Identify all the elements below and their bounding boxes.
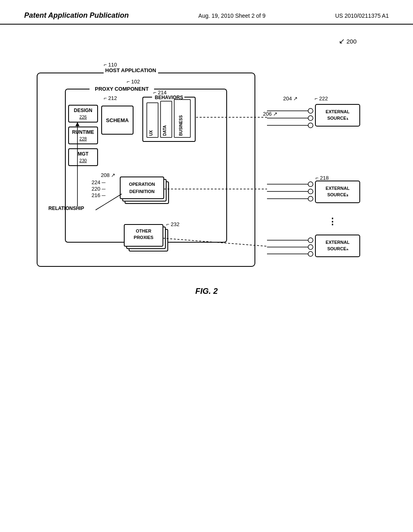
svg-text:⌐ 222: ⌐ 222 [315,96,328,102]
svg-text:DEFINITION: DEFINITION [129,189,154,194]
svg-rect-56 [315,104,360,126]
page-container: Patent Application Publication Aug. 19, … [0,0,413,304]
svg-text:224 ─: 224 ─ [92,179,106,185]
svg-text:⌐ 110: ⌐ 110 [104,62,117,68]
patent-number: US 2010/0211375 A1 [335,12,389,19]
svg-rect-38 [120,177,164,199]
svg-text:PROXIES: PROXIES [134,235,154,240]
svg-text:⌐ 232: ⌐ 232 [166,221,179,227]
svg-text:SOURCE₂: SOURCE₂ [327,192,348,197]
svg-text:204 ↗: 204 ↗ [283,96,298,102]
page-header: Patent Application Publication Aug. 19, … [0,0,413,25]
svg-point-59 [308,108,313,113]
svg-text:226: 226 [79,114,87,119]
svg-text:OTHER: OTHER [136,229,152,233]
svg-text:RUNTIME: RUNTIME [72,129,94,135]
svg-point-83 [308,251,313,256]
svg-text:UX: UX [149,130,153,136]
ref-200-label: ↙ 200 [339,37,357,46]
svg-text:EXTERNAL: EXTERNAL [325,240,350,245]
svg-rect-66 [315,181,360,203]
svg-text:⌐ 212: ⌐ 212 [104,95,117,101]
fig-200-area: ↙ 200 [24,33,389,49]
publication-date: Aug. 19, 2010 Sheet 2 of 9 [198,12,266,19]
svg-text:208 ↗: 208 ↗ [101,172,115,178]
page-content: ↙ 200 HOST APPLICATION HOST APPLICATION … [0,25,413,304]
svg-text:SCHEMA: SCHEMA [106,117,129,123]
svg-text:SOURCE₁: SOURCE₁ [327,116,348,121]
svg-text:⌐ 218: ⌐ 218 [315,175,329,181]
svg-text:228: 228 [79,136,87,141]
svg-text:PROXY COMPONENT: PROXY COMPONENT [95,86,148,92]
svg-text:MGT: MGT [78,151,89,157]
figure-caption: FIG. 2 [24,287,389,296]
svg-text:RELATIONSHIP: RELATIONSHIP [48,206,84,211]
svg-point-79 [308,238,313,243]
svg-text:HOST APPLICATION: HOST APPLICATION [105,67,156,73]
diagram-svg: HOST APPLICATION HOST APPLICATION ⌐ 110 … [33,57,380,283]
svg-text:216 ─: 216 ─ [92,192,106,198]
svg-text:206 ↗: 206 ↗ [263,111,277,117]
svg-point-69 [308,182,313,187]
publication-title: Patent Application Publication [24,11,129,20]
svg-point-63 [308,123,313,128]
svg-text:220 ─: 220 ─ [92,186,106,192]
svg-text:230: 230 [79,158,87,163]
svg-text:EXTERNAL: EXTERNAL [325,186,350,191]
svg-text:DESIGN: DESIGN [74,108,92,113]
svg-text:⋮: ⋮ [328,216,337,227]
svg-text:OPERATION: OPERATION [129,182,155,187]
svg-text:EXTERNAL: EXTERNAL [325,109,350,114]
svg-rect-76 [315,235,360,257]
svg-text:⌐ 102: ⌐ 102 [127,79,140,85]
svg-point-71 [308,189,313,194]
svg-point-81 [308,245,313,249]
svg-point-73 [308,196,313,201]
svg-text:SOURCEₙ: SOURCEₙ [327,246,348,251]
svg-point-61 [308,116,313,121]
svg-text:DATA: DATA [163,125,167,136]
diagram-container: HOST APPLICATION HOST APPLICATION ⌐ 110 … [33,57,380,283]
svg-text:BUSINESS: BUSINESS [179,115,183,136]
